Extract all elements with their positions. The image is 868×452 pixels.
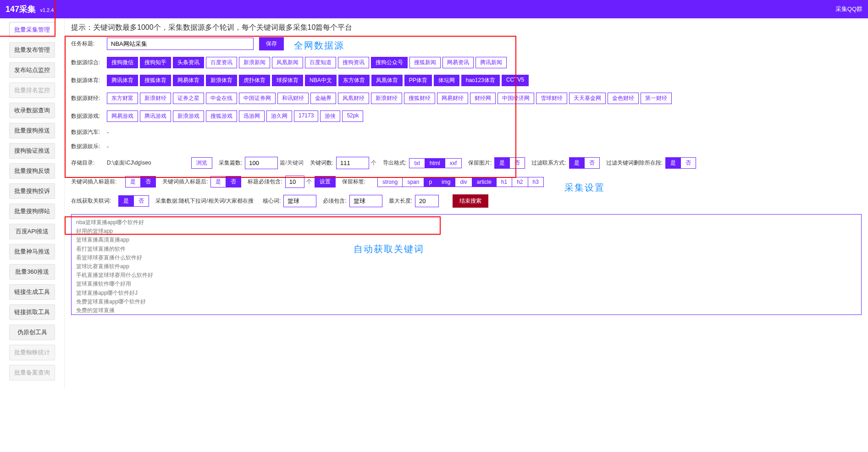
source-chip[interactable]: 迅游网 [239, 110, 265, 122]
export-opts-option[interactable]: txt [409, 158, 425, 168]
source-chip[interactable]: 网易体育 [173, 75, 204, 86]
export-opts-option[interactable]: xxf [445, 158, 462, 168]
tag-opts-option[interactable]: h3 [528, 177, 544, 187]
sidebar-item[interactable]: 批量搜狗反馈 [9, 163, 55, 179]
source-chip[interactable]: 搜狐体育 [140, 75, 171, 86]
source-chip[interactable]: 金色财经 [608, 93, 639, 104]
source-chip[interactable]: 新浪游戏 [173, 110, 204, 122]
export-opts-option[interactable]: html [425, 158, 445, 168]
keyword-textarea[interactable] [71, 214, 862, 315]
source-chip[interactable]: 新浪新闻 [239, 57, 270, 68]
source-chip[interactable]: 和讯财经 [277, 93, 309, 104]
source-chip[interactable]: CCTV5 [502, 75, 529, 86]
source-chip[interactable]: 搜狗公众号 [371, 57, 408, 68]
source-chip[interactable]: 东方体育 [338, 75, 370, 86]
task-title-input[interactable] [107, 38, 254, 50]
source-chip[interactable]: 证券之星 [173, 93, 204, 104]
tag-opts-option[interactable]: h1 [497, 177, 512, 187]
topbar-right[interactable]: 采集QQ群 [835, 5, 862, 13]
after-opts-option[interactable]: 是 [210, 176, 226, 187]
source-chip[interactable]: 中国证券网 [239, 93, 276, 104]
sidebar-item[interactable]: 伪原创工具 [9, 325, 55, 340]
source-chip[interactable]: 搜狗知乎 [140, 57, 171, 68]
filter-opts-option[interactable]: 否 [585, 157, 600, 169]
source-chip[interactable]: 凤凰体育 [371, 75, 403, 86]
source-chip[interactable]: hao123体育 [461, 75, 500, 86]
keepimg-opts-option[interactable]: 是 [494, 157, 510, 169]
source-chip[interactable]: 百度资讯 [206, 57, 237, 68]
source-chip[interactable]: 新浪体育 [206, 75, 237, 86]
remove-opts-option[interactable]: 否 [681, 157, 696, 169]
must-input[interactable] [285, 176, 304, 188]
source-chip[interactable]: 搜狐财经 [404, 93, 435, 104]
save-button[interactable]: 保存 [259, 37, 284, 50]
remove-opts-option[interactable]: 是 [665, 157, 681, 169]
sidebar-item[interactable]: 百度API推送 [9, 224, 55, 239]
maxlen-input[interactable] [415, 195, 439, 207]
sidebar-item[interactable]: 链接生成工具 [9, 284, 55, 300]
tag-opts-option[interactable]: p [424, 177, 437, 187]
sidebar-item[interactable]: 批量搜狗推送 [9, 123, 55, 138]
sidebar-item[interactable]: 批量搜狗投诉 [9, 183, 55, 199]
source-chip[interactable]: 东方财富 [107, 93, 138, 104]
source-chip[interactable]: 搜狗微信 [107, 57, 138, 68]
source-chip[interactable]: 网易财经 [437, 93, 468, 104]
sidebar-item[interactable]: 批量360推送 [9, 264, 55, 280]
source-chip[interactable]: 第一财经 [641, 93, 672, 104]
source-chip[interactable]: 中金在线 [206, 93, 237, 104]
source-chip[interactable]: 网易资讯 [442, 57, 474, 68]
source-chip[interactable]: 凤凰财经 [338, 93, 369, 104]
source-chip[interactable]: 搜狐新闻 [409, 57, 441, 68]
tag-opts-option[interactable]: span [403, 177, 424, 187]
source-chip[interactable]: 百度知道 [305, 57, 336, 68]
tag-opts-option[interactable]: div [455, 177, 472, 187]
source-chip[interactable]: 头条资讯 [173, 57, 204, 68]
source-chip[interactable]: 新浪财经 [140, 93, 171, 104]
source-chip[interactable]: 球探体育 [272, 75, 303, 86]
source-chip[interactable]: 游侠 [320, 110, 340, 122]
core-input[interactable] [283, 195, 316, 207]
source-chip[interactable]: 腾讯新闻 [475, 57, 507, 68]
source-chip[interactable]: 凤凰新闻 [272, 57, 303, 68]
source-chip[interactable]: 雪球财经 [536, 93, 567, 104]
sidebar-item[interactable]: 收录数据查询 [9, 103, 55, 118]
source-chip[interactable]: 52pk [342, 110, 363, 122]
source-chip[interactable]: 新浪财经 [371, 93, 402, 104]
tag-opts-option[interactable]: article [472, 177, 497, 187]
source-chip[interactable]: 虎扑体育 [239, 75, 270, 86]
source-chip[interactable]: 搜狗资讯 [338, 57, 369, 68]
must-set-button[interactable]: 设置 [315, 176, 336, 187]
online-opts-option[interactable]: 是 [118, 195, 134, 207]
tag-opts-option[interactable]: img [437, 177, 455, 187]
before-opts-option[interactable]: 否 [141, 176, 156, 187]
browse-button[interactable]: 浏览 [191, 157, 212, 169]
kw-input[interactable] [336, 157, 369, 169]
source-chip[interactable]: 网易游戏 [107, 110, 138, 122]
sidebar-item[interactable]: 链接抓取工具 [9, 304, 55, 320]
sidebar-item[interactable]: 搜狗验证推送 [9, 143, 55, 159]
sidebar-item[interactable]: 批量采集管理 [9, 22, 55, 38]
source-chip[interactable]: 财经网 [470, 93, 496, 104]
source-chip[interactable]: 腾讯体育 [107, 75, 138, 86]
sidebar-item[interactable]: 发布站点监控 [9, 62, 55, 78]
after-opts-option[interactable]: 否 [226, 176, 241, 187]
source-chip[interactable]: NBA中文 [305, 75, 337, 86]
source-chip[interactable]: 中国经济网 [498, 93, 534, 104]
source-chip[interactable]: 游久网 [266, 110, 292, 122]
before-opts-option[interactable]: 是 [125, 176, 141, 187]
keepimg-opts-option[interactable]: 否 [510, 157, 525, 169]
online-opts-option[interactable]: 否 [134, 195, 149, 207]
source-chip[interactable]: 体坛网 [434, 75, 459, 86]
sidebar-item[interactable]: 批量发布管理 [9, 42, 55, 58]
hmust-input[interactable] [349, 195, 382, 207]
sidebar-item[interactable]: 批量搜狗绑站 [9, 204, 55, 219]
tag-opts-option[interactable]: strong [377, 177, 403, 187]
source-chip[interactable]: 天天基金网 [569, 93, 606, 104]
source-chip[interactable]: 17173 [294, 110, 318, 122]
count-input[interactable] [245, 157, 278, 169]
sidebar-item[interactable]: 批量神马推送 [9, 244, 55, 259]
source-chip[interactable]: 金融界 [310, 93, 336, 104]
tag-opts-option[interactable]: h2 [512, 177, 528, 187]
source-chip[interactable]: PP体育 [404, 75, 432, 86]
filter-opts-option[interactable]: 是 [569, 157, 585, 169]
